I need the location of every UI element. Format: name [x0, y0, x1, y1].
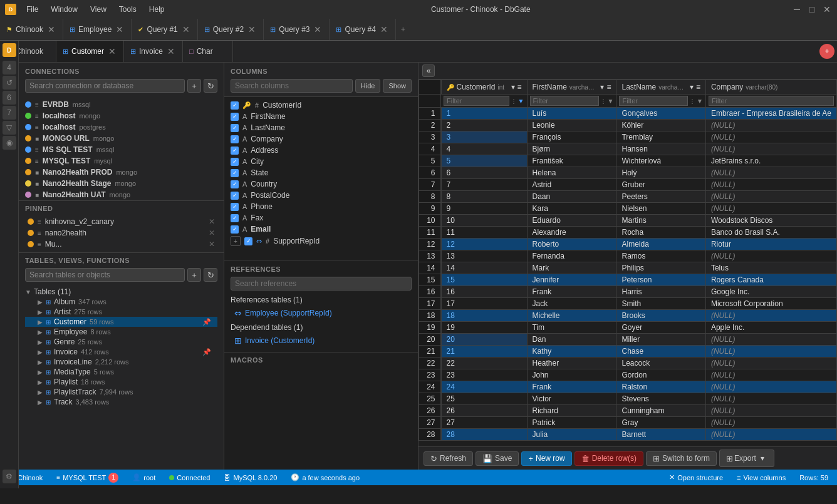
col-lastname[interactable]: ✓ A LastName: [231, 122, 412, 133]
conn-mongo-url[interactable]: ■ MONGO URL mongo: [19, 133, 224, 144]
cell-firstname[interactable]: Tim: [527, 322, 616, 334]
cell-customerid[interactable]: 9: [441, 203, 528, 215]
menu-window[interactable]: Window: [46, 4, 83, 15]
statusbar-version[interactable]: 🗄 MySQL 8.0.20: [220, 474, 281, 481]
tab-char[interactable]: □ Char: [183, 41, 233, 62]
statusbar-view-columns[interactable]: ≡ View columns: [733, 474, 789, 481]
cell-lastname[interactable]: Philips: [616, 262, 705, 274]
col-postalcode-checkbox[interactable]: ✓: [231, 192, 239, 200]
cell-company[interactable]: Embraer - Empresa Brasileira de Ae: [705, 108, 836, 120]
table-row[interactable]: 99KaraNielsen(NULL): [419, 203, 837, 215]
filter-company[interactable]: [709, 96, 834, 106]
table-customer[interactable]: ▶ ⊞ Customer 59 rows 📌: [25, 317, 217, 327]
cell-customerid[interactable]: 11: [441, 227, 528, 239]
col-fax[interactable]: ✓ A Fax: [231, 212, 412, 224]
export-button[interactable]: ⊞ Export ▾: [719, 450, 774, 467]
cell-customerid[interactable]: 13: [441, 250, 528, 262]
conn-nano2health-uat[interactable]: ■ Nano2Health UAT mongo: [19, 189, 224, 200]
cell-customerid[interactable]: 6: [441, 167, 528, 179]
tab-query4[interactable]: ⊞ Query #4 ✕: [330, 19, 395, 40]
col-city[interactable]: ✓ A City: [231, 156, 412, 167]
references-search-input[interactable]: [231, 277, 412, 291]
col-firstname-checkbox[interactable]: ✓: [231, 113, 239, 121]
col-customerid[interactable]: ✓ 🔑 # CustomerId: [231, 100, 412, 111]
table-row[interactable]: 2525VictorStevens(NULL): [419, 393, 837, 405]
cell-company[interactable]: (NULL): [705, 393, 836, 405]
cell-customerid[interactable]: 24: [441, 381, 528, 393]
cell-company[interactable]: Riotur: [705, 239, 836, 250]
cell-customerid[interactable]: 12: [441, 239, 528, 250]
th-firstname-filter[interactable]: ≡: [606, 83, 611, 91]
th-customerid[interactable]: 🔑 CustomerId int ▾ ≡: [441, 80, 528, 95]
dep-invoice-link[interactable]: ⊞ Invoice (CustomerId): [231, 334, 412, 347]
cell-firstname[interactable]: Victor: [527, 393, 616, 405]
tab-query2[interactable]: ⊞ Query #2 ✕: [198, 19, 264, 40]
cell-customerid[interactable]: 23: [441, 369, 528, 381]
columns-search-input[interactable]: [231, 79, 353, 93]
switch-form-button[interactable]: ⊞ Switch to form: [646, 451, 717, 466]
cell-firstname[interactable]: František: [527, 155, 616, 167]
col-postalcode[interactable]: ✓ A PostalCode: [231, 190, 412, 201]
cell-company[interactable]: (NULL): [705, 405, 836, 417]
th-lastname-sort[interactable]: ▾: [690, 83, 694, 91]
cell-lastname[interactable]: Harris: [616, 286, 705, 298]
cell-lastname[interactable]: Peeters: [616, 191, 705, 203]
cell-firstname[interactable]: Frank: [527, 381, 616, 393]
menu-help[interactable]: Help: [144, 4, 170, 15]
conn-localhost-mongo[interactable]: ≡ localhost mongo: [19, 110, 224, 121]
cell-lastname[interactable]: Nielsen: [616, 203, 705, 215]
col-phone-checkbox[interactable]: ✓: [231, 203, 239, 211]
delete-row-button[interactable]: 🗑 Delete row(s): [574, 451, 643, 466]
tab-employee[interactable]: ⊞ Employee ✕: [63, 19, 132, 40]
cell-company[interactable]: (NULL): [705, 191, 836, 203]
cell-company[interactable]: (NULL): [705, 369, 836, 381]
th-lastname-filter[interactable]: ≡: [696, 83, 700, 91]
cell-firstname[interactable]: Daan: [527, 191, 616, 203]
add-tab-button[interactable]: +: [396, 19, 410, 40]
cell-firstname[interactable]: Heather: [527, 357, 616, 369]
cell-customerid[interactable]: 28: [441, 429, 528, 441]
col-email[interactable]: ✓ A Email: [231, 224, 412, 235]
cell-company[interactable]: Banco do Brasil S.A.: [705, 227, 836, 239]
col-email-checkbox[interactable]: ✓: [231, 225, 239, 234]
table-row[interactable]: 2323JohnGordon(NULL): [419, 369, 837, 381]
filter-firstname-opts[interactable]: ⋮: [600, 98, 606, 105]
cell-lastname[interactable]: Wichterlová: [616, 155, 705, 167]
cell-customerid[interactable]: 26: [441, 405, 528, 417]
statusbar-mysql-test[interactable]: ≡ MYSQL TEST 1: [53, 473, 122, 483]
pinned-knihovna-close[interactable]: ✕: [209, 217, 215, 226]
cell-customerid[interactable]: 4: [441, 143, 528, 155]
cell-firstname[interactable]: Fernanda: [527, 250, 616, 262]
cell-company[interactable]: (NULL): [705, 179, 836, 191]
table-row[interactable]: 1515JenniferPetersonRogers Canada: [419, 274, 837, 286]
statusbar-open-structure[interactable]: ✕ Open structure: [665, 473, 727, 481]
cell-firstname[interactable]: Kara: [527, 203, 616, 215]
table-row[interactable]: 1616FrankHarrisGoogle Inc.: [419, 286, 837, 298]
connections-search-input[interactable]: [25, 79, 185, 93]
col-address-checkbox[interactable]: ✓: [231, 147, 239, 155]
menu-file[interactable]: File: [21, 4, 43, 15]
icon-4[interactable]: 4: [3, 63, 16, 75]
table-row[interactable]: 1111AlexandreRochaBanco do Brasil S.A.: [419, 227, 837, 239]
pinned-nano2health-close[interactable]: ✕: [209, 229, 215, 237]
cell-customerid[interactable]: 18: [441, 310, 528, 322]
cell-customerid[interactable]: 21: [441, 346, 528, 357]
col-company-checkbox[interactable]: ✓: [231, 135, 239, 143]
col-fax-checkbox[interactable]: ✓: [231, 214, 239, 222]
cell-firstname[interactable]: Richard: [527, 405, 616, 417]
table-employee[interactable]: ▶ ⊞ Employee 8 rows: [25, 327, 217, 337]
col-supportrepid-checkbox[interactable]: ✓: [244, 237, 252, 245]
tables-search-input[interactable]: [25, 268, 185, 282]
cell-customerid[interactable]: 7: [441, 179, 528, 191]
cell-customerid[interactable]: 19: [441, 322, 528, 334]
collapse-button[interactable]: «: [422, 64, 435, 77]
cell-firstname[interactable]: François: [527, 131, 616, 143]
table-row[interactable]: 2222HeatherLeacock(NULL): [419, 357, 837, 369]
statusbar-time[interactable]: 🕐 a few seconds ago: [287, 473, 363, 481]
cell-firstname[interactable]: Astrid: [527, 179, 616, 191]
th-customerid-filter[interactable]: ≡: [517, 83, 522, 91]
filter-customerid[interactable]: [444, 96, 509, 106]
cell-lastname[interactable]: Martins: [616, 215, 705, 227]
tab-query1-close[interactable]: ✕: [181, 24, 191, 34]
cell-lastname[interactable]: Chase: [616, 346, 705, 357]
